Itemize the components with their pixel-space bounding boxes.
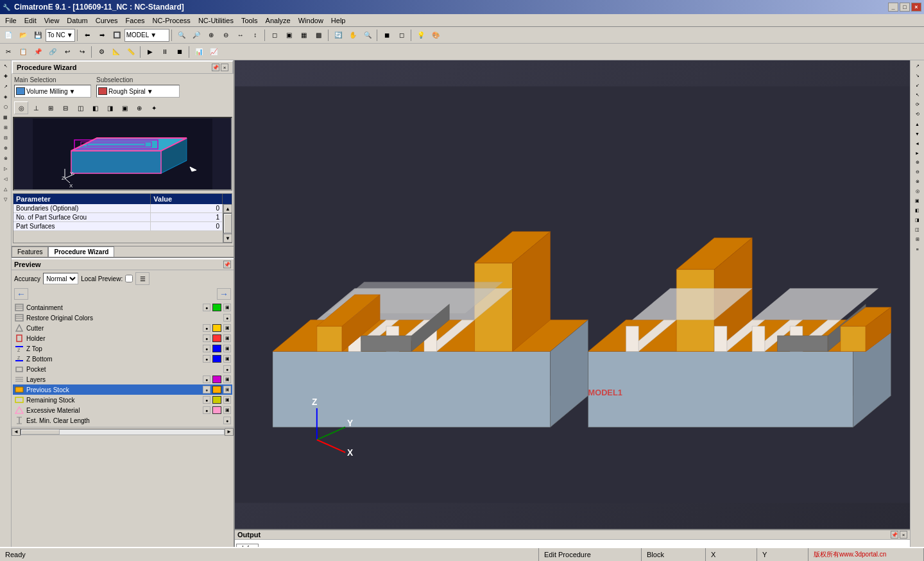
pin-button[interactable]: 📌 [212,64,219,71]
plist-zbottom-opt[interactable]: ▣ [223,355,231,363]
open-button[interactable]: 📂 [16,28,30,42]
tb2-btn-13[interactable]: 📊 [192,45,206,59]
right-icon-17[interactable]: ◨ [913,216,922,225]
plist-excessive-material-opt[interactable]: ▣ [223,406,231,414]
material-btn[interactable]: 🎨 [429,28,443,42]
plist-zbottom-eye[interactable]: ● [203,355,210,363]
menu-help[interactable]: Help [327,16,350,25]
pan-btn[interactable]: ✋ [346,28,360,42]
tb-btn-3[interactable]: 🔲 [110,28,124,42]
scroll-up-btn[interactable]: ▲ [223,204,232,213]
tb2-btn-1[interactable]: ✂ [1,45,15,59]
proc-hscrollbar[interactable]: ◄ ► [12,427,234,436]
sidebar-icon-8[interactable]: ⊟ [1,134,10,142]
sidebar-icon-10[interactable]: ⊗ [1,154,10,163]
plist-containment-opt[interactable]: ▣ [223,304,231,311]
view-iso[interactable]: ◻ [268,28,282,42]
menu-view[interactable]: View [40,16,64,25]
right-icon-16[interactable]: ◧ [913,206,922,215]
right-icon-13[interactable]: ⊗ [913,177,922,186]
plist-previous-stock[interactable]: Previous Stock ● ▣ [13,384,232,395]
wire-btn[interactable]: ◻ [395,28,409,42]
subselection-dropdown[interactable]: Rough Spiral ▼ [96,85,180,98]
ptb-btn-2[interactable]: ⊥ [29,101,43,114]
save-button[interactable]: 💾 [31,28,45,42]
right-icon-20[interactable]: ≡ [913,245,922,254]
minimize-button[interactable]: _ [888,3,898,12]
right-icon-5[interactable]: ⟳ [913,100,922,109]
preview-settings-btn[interactable]: ☰ [135,272,150,285]
sidebar-icon-7[interactable]: ⊞ [1,123,10,132]
plist-ztop-opt[interactable]: ▣ [223,345,231,352]
tb2-btn-2[interactable]: 📋 [16,45,30,59]
plist-remaining-stock-opt[interactable]: ▣ [223,396,231,404]
view-side[interactable]: ▦ [297,28,311,42]
sidebar-icon-13[interactable]: △ [1,185,10,194]
tb2-btn-9[interactable]: 📏 [124,45,138,59]
tb-btn-9[interactable]: ↕ [248,28,262,42]
nc-dropdown[interactable]: To NC▼ [46,29,75,42]
plist-cutter-opt[interactable]: ▣ [223,324,231,332]
sidebar-icon-1[interactable]: ↖ [1,62,10,71]
view-top[interactable]: ▩ [312,28,326,42]
sidebar-icon-11[interactable]: ▷ [1,164,10,173]
sidebar-icon-2[interactable]: ✚ [1,72,10,81]
menu-edit[interactable]: Edit [21,16,40,25]
tab-features[interactable]: Features [12,246,48,257]
tb2-btn-3[interactable]: 📌 [31,45,45,59]
menu-nc-utilities[interactable]: NC-Utilities [194,16,237,25]
tb-btn-8[interactable]: ↔ [234,28,248,42]
maximize-button[interactable]: □ [900,3,910,12]
right-icon-4[interactable]: ↖ [913,91,922,99]
tb-btn-5[interactable]: 🔎 [189,28,203,42]
plist-ztop-eye[interactable]: ● [203,345,210,352]
ptb-btn-1[interactable]: ◎ [14,101,28,114]
ptb-btn-4[interactable]: ⊟ [58,101,73,114]
tb2-btn-8[interactable]: 📐 [109,45,123,59]
plist-holder-opt[interactable]: ▣ [223,334,231,342]
sidebar-icon-4[interactable]: ◈ [1,92,10,101]
ptb-btn-9[interactable]: ⊕ [132,101,146,114]
accuracy-select[interactable]: Normal Low High [43,273,78,284]
right-icon-6[interactable]: ⟲ [913,110,922,119]
tb2-btn-14[interactable]: 📈 [207,45,221,59]
plist-restore-colors-eye[interactable]: ● [223,314,231,322]
shade-btn[interactable]: ◼ [380,28,394,42]
right-icon-3[interactable]: ↙ [913,81,922,90]
output-pin-btn[interactable]: 📌 [891,531,898,539]
plist-holder-eye[interactable]: ● [203,334,210,342]
param-scrollbar[interactable]: ▲ ▼ [223,204,232,243]
sidebar-icon-9[interactable]: ⊕ [1,144,10,153]
sidebar-icon-12[interactable]: ◁ [1,175,10,184]
ptb-btn-3[interactable]: ⊞ [44,101,58,114]
plist-pocket-eye[interactable]: ● [223,365,231,373]
model-dropdown[interactable]: MODEL▼ [124,29,169,42]
tb2-btn-12[interactable]: ⏹ [173,45,187,59]
right-icon-15[interactable]: ▣ [913,196,922,205]
menu-datum[interactable]: Datum [63,16,91,25]
nav-right-btn[interactable]: → [217,288,231,300]
hscroll-right-btn[interactable]: ► [225,428,234,436]
ptb-btn-6[interactable]: ◧ [88,101,102,114]
right-icon-2[interactable]: ↘ [913,71,922,80]
viewport[interactable]: Z Y X MODEL1 Output 📌 × Info [235,60,910,561]
menu-tools[interactable]: Tools [237,16,262,25]
right-icon-11[interactable]: ⊕ [913,158,922,167]
menu-file[interactable]: File [1,16,21,25]
sidebar-icon-14[interactable]: ▽ [1,195,10,204]
plist-previous-stock-opt[interactable]: ▣ [223,386,231,393]
tb-btn-1[interactable]: ⬅ [80,28,94,42]
sidebar-icon-6[interactable]: ▦ [1,113,10,122]
tb2-btn-10[interactable]: ▶ [143,45,157,59]
scroll-down-btn[interactable]: ▼ [223,234,232,243]
plist-excessive-material-eye[interactable]: ● [203,406,210,414]
preview-pin-btn[interactable]: 📌 [223,261,231,268]
plist-layers-opt[interactable]: ▣ [223,375,231,383]
plist-remaining-stock-eye[interactable]: ● [203,396,210,404]
menu-window[interactable]: Window [295,16,327,25]
tb-btn-4[interactable]: 🔍 [175,28,189,42]
tb2-btn-5[interactable]: ↩ [60,45,74,59]
plist-clear-length-eye[interactable]: ● [223,417,231,424]
plist-cutter-eye[interactable]: ● [203,324,210,332]
tb2-btn-4[interactable]: 🔗 [46,45,60,59]
